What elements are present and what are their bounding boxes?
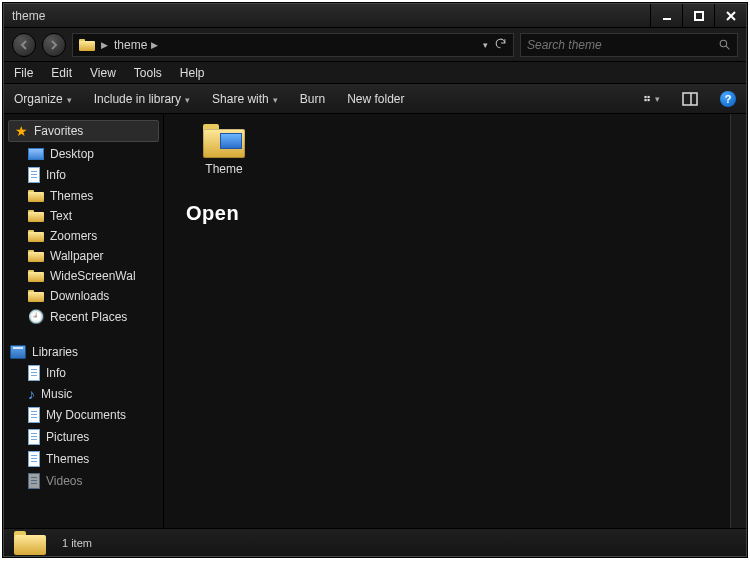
sidebar-item-label: Pictures: [46, 430, 89, 444]
menu-edit[interactable]: Edit: [51, 66, 72, 80]
document-icon: [28, 167, 40, 183]
chevron-right-icon[interactable]: ▶: [151, 40, 158, 50]
sidebar-item-lib-videos[interactable]: Videos: [4, 470, 163, 492]
folder-icon: [79, 39, 95, 51]
menu-view[interactable]: View: [90, 66, 116, 80]
sidebar-item-text[interactable]: Text: [4, 206, 163, 226]
sidebar-item-lib-info[interactable]: Info: [4, 362, 163, 384]
sidebar-item-zoomers[interactable]: Zoomers: [4, 226, 163, 246]
minimize-button[interactable]: [650, 4, 682, 27]
view-options-button[interactable]: [644, 91, 660, 107]
folder-item-label: Theme: [184, 162, 264, 176]
breadcrumb-label: theme: [114, 38, 147, 52]
vertical-scrollbar[interactable]: [730, 114, 746, 528]
folder-icon: [28, 250, 44, 262]
chevron-right-icon: ▶: [101, 40, 108, 50]
command-bar: Organize Include in library Share with B…: [4, 84, 746, 114]
new-folder-button[interactable]: New folder: [347, 92, 404, 106]
burn-button[interactable]: Burn: [300, 92, 325, 106]
favorites-label: Favorites: [34, 124, 83, 138]
navigation-bar: ▶ theme ▶ ▾: [4, 28, 746, 62]
menu-help[interactable]: Help: [180, 66, 205, 80]
sidebar-item-wallpaper[interactable]: Wallpaper: [4, 246, 163, 266]
favorites-header[interactable]: ★ Favorites: [8, 120, 159, 142]
content-pane[interactable]: Theme Open: [164, 114, 746, 528]
sidebar-item-lib-mydocs[interactable]: My Documents: [4, 404, 163, 426]
folder-icon: [28, 210, 44, 222]
sidebar-item-label: Music: [41, 387, 72, 401]
sidebar-item-lib-music[interactable]: ♪Music: [4, 384, 163, 404]
desktop-icon: [28, 148, 44, 160]
search-box[interactable]: [520, 33, 738, 57]
folder-item-theme[interactable]: Theme: [184, 124, 264, 176]
sidebar-item-label: Zoomers: [50, 229, 97, 243]
sidebar-item-label: Wallpaper: [50, 249, 104, 263]
star-icon: ★: [15, 124, 28, 138]
document-icon: [28, 407, 40, 423]
sidebar-item-label: Info: [46, 168, 66, 182]
sidebar-item-recent-places[interactable]: 🕘Recent Places: [4, 306, 163, 328]
back-button[interactable]: [12, 33, 36, 57]
breadcrumb-segment[interactable]: theme ▶: [114, 38, 158, 52]
sidebar-item-desktop[interactable]: Desktop: [4, 144, 163, 164]
svg-rect-10: [683, 93, 697, 105]
sidebar-item-label: Themes: [46, 452, 89, 466]
sidebar-item-label: Text: [50, 209, 72, 223]
search-icon: [718, 38, 731, 51]
context-menu-open[interactable]: Open: [186, 202, 239, 225]
sidebar-item-label: Info: [46, 366, 66, 380]
document-icon: [28, 429, 40, 445]
downloads-icon: [28, 290, 44, 302]
status-bar: 1 item: [4, 528, 746, 556]
svg-rect-6: [644, 95, 646, 97]
history-dropdown-icon[interactable]: ▾: [483, 40, 488, 50]
sidebar-item-label: WideScreenWal: [50, 269, 136, 283]
window-controls: [650, 4, 746, 27]
organize-button[interactable]: Organize: [14, 92, 72, 106]
sidebar-item-lib-pictures[interactable]: Pictures: [4, 426, 163, 448]
refresh-icon[interactable]: [494, 37, 507, 53]
svg-rect-7: [648, 95, 650, 97]
help-button[interactable]: ?: [720, 91, 736, 107]
svg-line-5: [726, 46, 729, 49]
libraries-icon: [10, 345, 26, 359]
svg-rect-8: [644, 99, 646, 101]
folder-icon: [28, 230, 44, 242]
svg-rect-9: [648, 99, 650, 101]
search-input[interactable]: [527, 38, 718, 52]
status-item-count: 1 item: [62, 537, 92, 549]
maximize-button[interactable]: [682, 4, 714, 27]
address-bar[interactable]: ▶ theme ▶ ▾: [72, 33, 514, 57]
folder-icon: [203, 124, 245, 158]
close-button[interactable]: [714, 4, 746, 27]
sidebar-item-downloads[interactable]: Downloads: [4, 286, 163, 306]
music-icon: ♪: [28, 387, 35, 401]
recent-icon: 🕘: [28, 309, 44, 325]
svg-point-4: [720, 40, 727, 47]
sidebar-item-label: My Documents: [46, 408, 126, 422]
document-icon: [28, 451, 40, 467]
folder-icon: [28, 270, 44, 282]
sidebar-item-info[interactable]: Info: [4, 164, 163, 186]
explorer-window: theme ▶ theme ▶: [3, 3, 747, 557]
preview-pane-button[interactable]: [682, 91, 698, 107]
libraries-header[interactable]: Libraries: [4, 342, 163, 362]
explorer-body: ★ Favorites Desktop Info Themes Text Zoo…: [4, 114, 746, 528]
share-with-button[interactable]: Share with: [212, 92, 278, 106]
menu-file[interactable]: File: [14, 66, 33, 80]
menu-tools[interactable]: Tools: [134, 66, 162, 80]
sidebar-item-themes[interactable]: Themes: [4, 186, 163, 206]
sidebar-item-widescreenwal[interactable]: WideScreenWal: [4, 266, 163, 286]
document-icon: [28, 473, 40, 489]
folder-icon: [14, 531, 46, 555]
sidebar-item-lib-themes[interactable]: Themes: [4, 448, 163, 470]
window-title: theme: [12, 9, 650, 23]
include-library-button[interactable]: Include in library: [94, 92, 190, 106]
forward-button[interactable]: [42, 33, 66, 57]
sidebar-item-label: Downloads: [50, 289, 109, 303]
libraries-label: Libraries: [32, 345, 78, 359]
navigation-pane[interactable]: ★ Favorites Desktop Info Themes Text Zoo…: [4, 114, 164, 528]
folder-icon: [28, 190, 44, 202]
svg-rect-1: [695, 12, 703, 20]
sidebar-item-label: Desktop: [50, 147, 94, 161]
